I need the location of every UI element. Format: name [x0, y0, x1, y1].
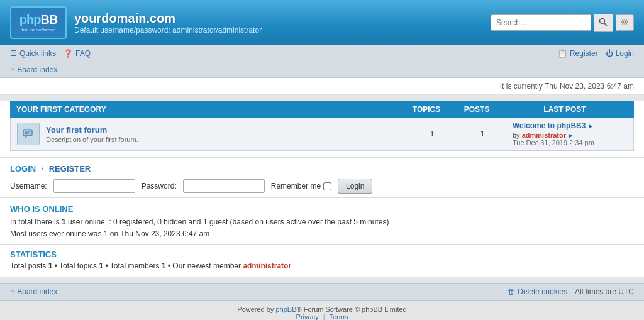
svg-rect-3 — [23, 130, 32, 136]
menu-icon: ☰ — [10, 49, 17, 58]
register-header-link[interactable]: REGISTER — [49, 164, 91, 174]
datetime-text: It is currently Thu Nov 23, 2023 6:47 am — [500, 82, 634, 91]
online-line1: In total there is 1 user online :: 0 reg… — [10, 216, 634, 228]
question-icon: ❓ — [64, 49, 73, 58]
datetime-bar: It is currently Thu Nov 23, 2023 6:47 am — [0, 78, 644, 95]
forum-title-link[interactable]: Your first forum — [46, 125, 107, 135]
view-profile-icon[interactable]: ► — [568, 132, 574, 139]
login-link[interactable]: ⏻ Login — [606, 49, 634, 58]
stats-section: STATISTICS Total posts 1 • Total topics … — [0, 244, 644, 277]
phpbb-link[interactable]: phpBB — [275, 306, 296, 313]
total-posts: 1 — [48, 262, 53, 270]
login-button[interactable]: Login — [338, 179, 372, 194]
online-header: WHO IS ONLINE — [10, 204, 634, 214]
login-form: Username: Password: Remember me Login — [10, 179, 634, 194]
login-title: LOGIN — [10, 164, 36, 174]
forum-description: Description of your first forum. — [46, 136, 138, 143]
username-label: Username: — [10, 182, 47, 190]
phpbb-logo[interactable]: phpBB forum software — [10, 6, 67, 39]
quick-links-menu[interactable]: ☰ Quick links — [10, 49, 56, 58]
online-count: 1 — [62, 218, 66, 226]
register-icon: 📋 — [558, 49, 567, 58]
online-line2: Most users ever online was 1 on Thu Nov … — [10, 228, 634, 240]
posts-count: 1 — [457, 124, 508, 143]
last-post-by: by administrator ► — [513, 131, 628, 139]
username-input[interactable] — [53, 179, 135, 193]
remember-me-label: Remember me — [271, 182, 331, 190]
nav-right: 📋 Register ⏻ Login — [558, 49, 634, 58]
bottom-footer: Powered by phpBB® Forum Software © phpBB… — [0, 301, 644, 320]
stats-header: STATISTICS — [10, 250, 634, 259]
forum-icon — [17, 123, 40, 145]
timezone-text: All times are UTC — [575, 287, 634, 296]
delete-cookies-link[interactable]: 🗑 Delete cookies — [508, 287, 567, 296]
topics-col-header: TOPICS — [401, 105, 452, 114]
search-input[interactable] — [491, 14, 591, 31]
navbar: ☰ Quick links ❓ FAQ 📋 Register ⏻ Login — [0, 45, 644, 62]
total-members: 1 — [162, 262, 166, 270]
forum-info: Your first forum Description of your fir… — [11, 118, 407, 150]
site-subtitle: Default username/password: administrator… — [74, 26, 262, 35]
last-post-author-link[interactable]: administrator — [522, 131, 566, 139]
terms-link[interactable]: Terms — [329, 313, 348, 320]
last-post-col-header: LAST POST — [502, 105, 628, 114]
search-area — [491, 14, 634, 32]
privacy-link[interactable]: Privacy — [296, 313, 319, 320]
category-header: YOUR FIRST CATEGORY TOPICS POSTS LAST PO… — [10, 101, 634, 118]
login-icon: ⏻ — [606, 49, 613, 58]
bottom-footer-line1: Powered by phpBB® Forum Software © phpBB… — [5, 306, 639, 313]
bottom-footer-line2: Privacy | Terms — [5, 313, 639, 320]
total-topics: 1 — [99, 262, 103, 270]
password-label: Password: — [142, 182, 177, 190]
password-input[interactable] — [183, 179, 265, 193]
stats-text: Total posts 1 • Total topics 1 • Total m… — [10, 262, 634, 270]
breadcrumb: ⌂ Board index — [0, 62, 644, 78]
forum-title-area: Your first forum Description of your fir… — [46, 125, 138, 143]
online-section: WHO IS ONLINE In total there is 1 user o… — [0, 197, 644, 244]
svg-line-1 — [604, 23, 608, 26]
home-icon: ⌂ — [10, 65, 14, 74]
posts-col-header: POSTS — [452, 105, 502, 114]
search-button[interactable] — [594, 14, 613, 32]
login-header: LOGIN • REGISTER — [10, 164, 634, 174]
view-post-icon[interactable]: ► — [588, 123, 594, 130]
speech-bubble-icon — [22, 128, 35, 140]
trash-icon: 🗑 — [508, 287, 515, 296]
logo-area: phpBB forum software yourdomain.com Defa… — [10, 6, 262, 39]
login-section: LOGIN • REGISTER Username: Password: Rem… — [0, 157, 644, 197]
gear-icon — [621, 18, 628, 26]
site-info: yourdomain.com Default username/password… — [74, 11, 262, 35]
last-post-title-link[interactable]: Welcome to phpBB3 — [513, 121, 586, 130]
nav-left: ☰ Quick links ❓ FAQ — [10, 49, 91, 58]
breadcrumb-board-index[interactable]: ⌂ Board index — [10, 65, 57, 74]
footer-board-index-link[interactable]: ⌂ Board index — [10, 287, 57, 296]
register-link[interactable]: 📋 Register — [558, 49, 598, 58]
search-icon — [599, 18, 608, 26]
newest-member-link[interactable]: administrator — [243, 262, 291, 270]
svg-point-0 — [600, 18, 605, 23]
header: phpBB forum software yourdomain.com Defa… — [0, 0, 644, 45]
svg-point-2 — [623, 21, 626, 23]
forum-section: YOUR FIRST CATEGORY TOPICS POSTS LAST PO… — [0, 101, 644, 157]
footer-nav: ⌂ Board index 🗑 Delete cookies All times… — [0, 283, 644, 301]
forum-row: Your first forum Description of your fir… — [10, 118, 634, 151]
faq-link[interactable]: ❓ FAQ — [64, 49, 91, 58]
home-icon-footer: ⌂ — [10, 287, 14, 296]
online-text: In total there is 1 user online :: 0 reg… — [10, 216, 634, 240]
topics-count: 1 — [407, 124, 457, 143]
remember-me-checkbox[interactable] — [323, 182, 331, 190]
category-title: YOUR FIRST CATEGORY — [16, 105, 401, 114]
site-title: yourdomain.com — [74, 11, 262, 26]
last-post-cell: Welcome to phpBB3 ► by administrator ► T… — [508, 118, 633, 150]
advanced-search-button[interactable] — [616, 14, 634, 31]
last-post-time: Tue Dec 31, 2019 2:34 pm — [513, 139, 628, 146]
footer-right: 🗑 Delete cookies All times are UTC — [508, 287, 634, 296]
